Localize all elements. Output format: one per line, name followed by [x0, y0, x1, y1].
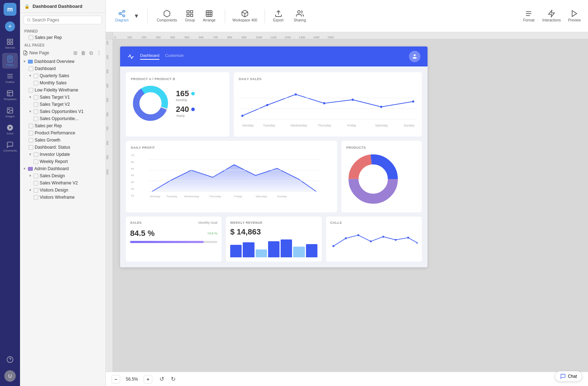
redo-button[interactable]: ↻	[168, 374, 178, 384]
page-checkbox[interactable]	[29, 145, 33, 150]
folder-investor-update[interactable]: ▼ Investor Update	[20, 151, 105, 158]
page-monthly-sales[interactable]: Monthly Sales	[20, 79, 105, 86]
user-avatar[interactable]: U	[4, 370, 16, 382]
page-checkbox[interactable]	[34, 81, 38, 85]
folder-visitors-design[interactable]: ▼ Visitors Design	[20, 187, 105, 194]
outline-nav[interactable]: Outline	[2, 70, 18, 86]
page-checkbox[interactable]	[29, 66, 33, 71]
search-icon	[27, 18, 31, 22]
canvas-content[interactable]: Dashboard Customize	[113, 39, 588, 372]
page-dashboard[interactable]: Dashboard	[20, 65, 105, 72]
group-tool[interactable]: Group	[181, 8, 199, 24]
donut-chart: 165 Monthly	[131, 84, 224, 123]
page-checkbox[interactable]	[34, 102, 38, 107]
page-sales-per-rep[interactable]: Sales per Rep	[20, 122, 105, 129]
search-input[interactable]	[32, 18, 99, 23]
folder-sales-target[interactable]: ▼ Sales Target V1	[20, 94, 105, 101]
page-checkbox[interactable]	[34, 152, 38, 157]
page-checkbox[interactable]	[29, 138, 33, 143]
page-checkbox[interactable]	[29, 88, 33, 93]
folder-icon-purple	[28, 167, 33, 171]
page-checkbox[interactable]	[34, 174, 38, 178]
images-nav[interactable]: Images	[2, 104, 18, 120]
page-checkbox[interactable]	[34, 117, 38, 121]
dash-nav-customize[interactable]: Customize	[165, 53, 184, 60]
app-logo[interactable]: m	[4, 3, 16, 16]
svg-point-51	[323, 102, 325, 104]
sharing-tool[interactable]: Sharing	[291, 8, 309, 24]
svg-point-83	[357, 234, 359, 236]
folder-admin-dashboard[interactable]: ▼ Admin Dashboard	[20, 165, 105, 172]
zoom-in-button[interactable]: +	[144, 375, 152, 383]
folder-quarterly-sales[interactable]: ▼ Quarterly Sales	[20, 72, 105, 79]
yearly-dot	[191, 108, 195, 111]
undo-button[interactable]: ↺	[157, 374, 167, 384]
sidebar: 🔒 Dashboard Dashboard PINNED Sales per R…	[20, 0, 106, 386]
folder-dashboard-overview[interactable]: ▼ Dashboard Overview	[20, 58, 105, 65]
templates-nav[interactable]: Templates	[2, 87, 18, 103]
components-tool[interactable]: Components	[154, 8, 180, 24]
page-sales-opp[interactable]: Sales Opportunitie...	[20, 115, 105, 122]
new-page-row[interactable]: New Page ⊞ 🗑 ⧉ ⋮	[20, 48, 105, 58]
svg-text:Tuesday: Tuesday	[263, 124, 276, 127]
add-button[interactable]: +	[5, 21, 15, 31]
page-checkbox[interactable]	[34, 74, 38, 78]
page-checkbox[interactable]	[34, 181, 38, 185]
page-product-performance[interactable]: Product Performance	[20, 129, 105, 137]
canvas-area[interactable]: 0 100 200 300 400 500 600 700 800 900 10…	[106, 32, 588, 386]
products-card: PRODUCTS	[341, 141, 422, 212]
expand-arrow: ▼	[29, 74, 32, 78]
page-sales-growth[interactable]: Sales Growth	[20, 137, 105, 144]
interactions-tool[interactable]: Interactions	[539, 8, 564, 24]
search-box[interactable]	[24, 16, 102, 24]
preview-label: Preview	[568, 18, 581, 22]
preview-tool[interactable]: Preview	[565, 8, 584, 24]
pages-nav[interactable]: Pages	[2, 53, 18, 69]
svg-rect-29	[191, 14, 193, 16]
page-visitors-wireframe[interactable]: Visitors Wireframe	[20, 194, 105, 201]
page-checkbox[interactable]	[34, 159, 38, 164]
stencils-nav[interactable]: Stencils	[2, 36, 18, 51]
svg-line-19	[30, 21, 30, 21]
help-button[interactable]	[2, 352, 18, 367]
page-checkbox[interactable]	[29, 124, 33, 128]
svg-point-24	[123, 15, 125, 17]
workspace-tool[interactable]: Workspace 400	[229, 8, 260, 24]
svg-text:Sunday: Sunday	[277, 195, 287, 198]
page-dashboard-status[interactable]: Dashboard: Status	[20, 144, 105, 151]
page-checkbox[interactable]	[34, 188, 38, 193]
templates-label: Templates	[4, 98, 16, 101]
donut-stat-monthly: 165 Monthly	[176, 89, 195, 102]
new-page-action-1[interactable]: ⊞	[72, 49, 79, 56]
page-checkbox[interactable]	[34, 195, 38, 200]
folder-sales-opportunities[interactable]: ▼ Sales Opportunities V1	[20, 108, 105, 115]
new-page-action-2[interactable]: 🗑	[80, 49, 87, 56]
diagram-dropdown[interactable]: ▼	[132, 13, 141, 19]
zoom-out-button[interactable]: −	[112, 375, 120, 383]
svg-point-82	[345, 237, 347, 239]
pinned-sales-per-rep[interactable]: Sales per Rep	[20, 34, 105, 41]
format-tool[interactable]: Format	[519, 8, 538, 24]
comments-nav[interactable]: Comments	[2, 139, 18, 154]
page-checkbox[interactable]	[29, 35, 33, 40]
page-sales-target-v2[interactable]: Sales Target V2	[20, 101, 105, 108]
new-page-action-3[interactable]: ⧉	[88, 49, 95, 56]
page-weekly-report[interactable]: Weekly Report	[20, 158, 105, 165]
arrange-tool[interactable]: Arrange	[200, 8, 218, 24]
diagram-tool[interactable]: Diagram	[112, 8, 132, 24]
page-low-fidelity[interactable]: Low Fidelity Wireframe	[20, 86, 105, 94]
page-sales-wireframe-v2[interactable]: Sales Wireframe V2	[20, 179, 105, 187]
sales-stat-card: SALES Monthly Goal 84.5 % +3.5 %	[126, 217, 222, 262]
page-checkbox[interactable]	[34, 109, 38, 114]
chat-button[interactable]: Chat	[555, 371, 582, 382]
svg-text:Thursday: Thursday	[209, 195, 221, 198]
new-page-action-4[interactable]: ⋮	[95, 49, 103, 56]
folder-sales-design[interactable]: ▼ Sales Design	[20, 172, 105, 179]
bar-5	[281, 239, 292, 257]
bar-1	[230, 245, 242, 257]
page-checkbox[interactable]	[34, 95, 38, 100]
icons-nav[interactable]: Icons	[2, 122, 18, 137]
export-tool[interactable]: Export	[269, 8, 288, 24]
dash-nav-dashboard[interactable]: Dashboard	[140, 53, 159, 60]
page-checkbox[interactable]	[29, 131, 33, 135]
